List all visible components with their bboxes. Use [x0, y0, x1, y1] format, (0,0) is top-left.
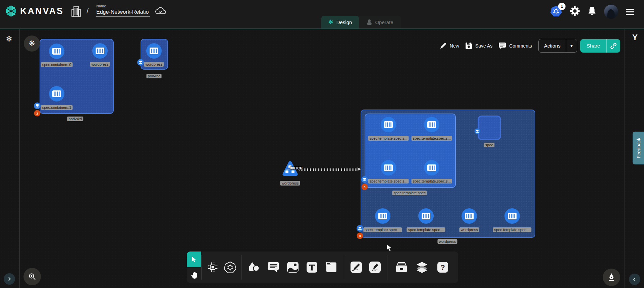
node-wordpress-2[interactable]: [146, 43, 162, 59]
share-link-icon[interactable]: [607, 43, 620, 49]
node-template-vol-2[interactable]: [504, 208, 520, 224]
node-label: spec.template.spec.s...: [411, 179, 452, 184]
snowflake-icon: ❋: [29, 39, 35, 48]
name-underline: [96, 16, 150, 17]
error-count-badge[interactable]: 3: [357, 233, 363, 239]
node-template-container-1[interactable]: [424, 117, 439, 132]
zoom-search-button[interactable]: [23, 268, 41, 285]
edge-port-label: 80/TCP: [290, 166, 302, 170]
pod-badge-icon[interactable]: [137, 59, 144, 66]
y-tool-icon[interactable]: Y: [632, 33, 638, 42]
context-count-badge: 1: [558, 3, 566, 10]
share-button[interactable]: Share: [580, 39, 620, 53]
comments-button[interactable]: Comments: [499, 43, 532, 49]
comments-label: Comments: [509, 43, 532, 49]
right-rail-divider: [625, 29, 625, 288]
node-spec-containers-0[interactable]: [49, 44, 64, 59]
left-rail-divider: [19, 29, 20, 288]
deployment-badge-icon[interactable]: [357, 225, 363, 232]
save-as-button[interactable]: Save As: [466, 43, 492, 49]
pod-badge-icon[interactable]: [361, 176, 368, 183]
actions-label: Actions: [539, 43, 566, 49]
node-label: wordpress: [144, 62, 164, 67]
node-label: wordpress: [90, 62, 110, 67]
name-input[interactable]: Edge-Network-Relatio: [96, 9, 150, 15]
pan-tool-button[interactable]: [187, 267, 201, 283]
pod-badge-icon[interactable]: [475, 129, 480, 134]
help-tool[interactable]: ?: [436, 261, 449, 274]
brand[interactable]: KANVAS: [5, 5, 64, 17]
kanvas-logo-icon: [5, 5, 17, 17]
layers-tool[interactable]: [415, 261, 429, 274]
comment-tool[interactable]: [267, 261, 280, 274]
actions-caret-icon[interactable]: ▼: [566, 44, 577, 48]
text-tool[interactable]: [305, 261, 319, 274]
node-wordpress-1[interactable]: [92, 43, 108, 59]
image-tool[interactable]: [286, 261, 300, 274]
shapes-tool[interactable]: [248, 261, 261, 274]
header-right: 1: [550, 0, 634, 23]
node-template-container-2[interactable]: [381, 160, 396, 175]
save-icon: [466, 43, 472, 49]
tab-operate[interactable]: Operate: [359, 16, 401, 28]
pen-nib-button[interactable]: [603, 269, 620, 286]
group-label: spec.template.spec: [392, 191, 427, 195]
group-label: spec: [484, 143, 494, 147]
group-label: pod-rcc: [147, 74, 162, 78]
edge-line: [300, 168, 357, 171]
node-spec-containers-1[interactable]: [49, 86, 64, 101]
expand-left-panel-button[interactable]: [4, 273, 15, 285]
kubernetes-context-icon[interactable]: 1: [550, 5, 562, 18]
design-spiral-icon: ✻: [328, 19, 333, 25]
component-chip-tool[interactable]: [206, 261, 219, 274]
select-tool-button[interactable]: [187, 251, 201, 267]
pencil-icon: [440, 43, 446, 49]
kubernetes-tool[interactable]: [223, 261, 237, 274]
freehand-draw-tool[interactable]: [368, 261, 382, 274]
notifications-bell-icon[interactable]: [588, 6, 596, 17]
node-label: wordpress: [280, 181, 300, 186]
feedback-tab[interactable]: Feedback: [633, 132, 644, 164]
mouse-cursor: [386, 244, 392, 253]
node-label: spec.containers.0: [41, 62, 73, 67]
new-button[interactable]: New: [440, 43, 459, 49]
loading-spiral-icon: ✻: [6, 35, 12, 44]
pod-badge-icon[interactable]: [34, 102, 41, 109]
node-template-container-3[interactable]: [424, 160, 439, 175]
share-label: Share: [580, 43, 606, 49]
tab-design[interactable]: ✻ Design: [321, 16, 359, 28]
user-avatar[interactable]: [604, 5, 618, 19]
mode-tabs: ✻ Design Operate: [321, 16, 401, 28]
tool-dock: ?: [187, 251, 458, 283]
node-wordpress-3[interactable]: [462, 208, 477, 224]
node-template-container-0[interactable]: [381, 117, 396, 132]
collapse-right-panel-button[interactable]: [629, 274, 640, 285]
snowflake-button[interactable]: ❋: [24, 35, 40, 52]
group-spec[interactable]: [478, 116, 501, 140]
cursor-icon: [191, 256, 197, 263]
organization-icon[interactable]: [70, 5, 82, 19]
label-shape-tool[interactable]: [325, 261, 338, 274]
menu-icon[interactable]: [626, 9, 634, 15]
node-template-vol-1[interactable]: [418, 208, 434, 224]
design-action-bar: New Save As Comments Actions ▼ Share: [440, 39, 620, 53]
brand-name: KANVAS: [20, 6, 64, 16]
operate-person-icon: [367, 19, 372, 25]
design-name-field[interactable]: Name Edge-Network-Relatio: [96, 4, 150, 17]
new-label: New: [450, 43, 459, 49]
error-count-badge[interactable]: 3: [362, 184, 368, 190]
feedback-label: Feedback: [636, 138, 641, 158]
actions-button[interactable]: Actions ▼: [538, 39, 577, 53]
cloud-sync-icon: [155, 7, 166, 17]
node-template-vol-0[interactable]: [375, 208, 390, 224]
node-label: spec.template.spec....: [363, 227, 402, 232]
tab-operate-label: Operate: [375, 19, 393, 25]
app-header: KANVAS / Name Edge-Network-Relatio 1: [0, 0, 644, 28]
error-count-badge[interactable]: 2: [34, 110, 41, 117]
drawer-tool[interactable]: [395, 261, 408, 274]
settings-icon[interactable]: [570, 6, 580, 17]
node-label: spec.template.spec....: [493, 227, 531, 232]
node-label: spec.template.spec.s...: [368, 136, 409, 141]
group-spec-template-spec[interactable]: [365, 114, 456, 188]
pen-path-tool[interactable]: [350, 261, 363, 274]
